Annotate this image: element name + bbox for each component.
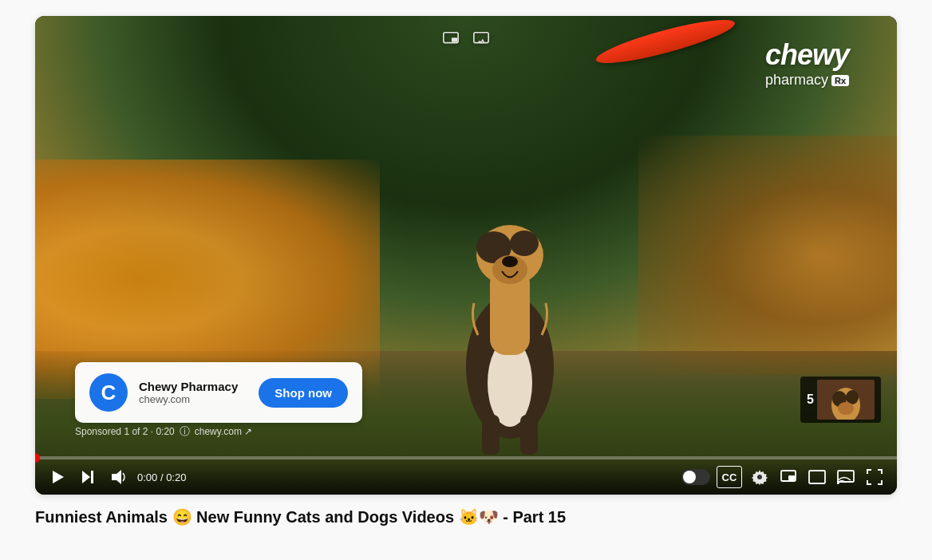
info-icon: ⓘ (180, 424, 190, 439)
svg-rect-27 (838, 471, 854, 482)
controls-bar: 0:00 / 0:20 CC (35, 459, 897, 495)
sponsored-link[interactable]: chewy.com ↗ (195, 426, 252, 437)
svg-point-17 (838, 402, 854, 415)
svg-marker-19 (82, 471, 90, 483)
external-link-icon: ↗ (244, 426, 252, 437)
play-button[interactable] (46, 466, 69, 488)
volume-button[interactable] (107, 466, 129, 488)
svg-marker-21 (112, 470, 121, 484)
svg-marker-18 (53, 471, 64, 483)
controls-right: CC (681, 466, 886, 488)
miniplayer-button[interactable] (777, 466, 800, 488)
video-player: chewy pharmacy Rx C Chewy Pharmacy chewy… (35, 16, 897, 495)
svg-point-23 (757, 475, 762, 479)
ad-info: Chewy Pharmacy chewy.com (139, 380, 247, 405)
fullscreen-button[interactable] (863, 466, 886, 488)
sponsored-bar: Sponsored 1 of 2 · 0:20 ⓘ chewy.com ↗ (75, 424, 252, 439)
dog-illustration (422, 144, 598, 463)
svg-point-5 (510, 231, 539, 256)
video-title: Funniest Animals 😄 New Funny Cats and Do… (35, 506, 897, 528)
time-display: 0:00 / 0:20 (137, 471, 186, 483)
svg-rect-20 (91, 471, 93, 483)
ad-domain: chewy.com (139, 393, 247, 405)
svg-rect-8 (482, 415, 500, 455)
svg-rect-26 (809, 471, 825, 483)
sponsored-domain: chewy.com (195, 426, 242, 437)
settings-button[interactable] (748, 466, 771, 488)
next-video-thumbnail[interactable]: 5 (800, 377, 881, 423)
top-controls[interactable] (442, 30, 490, 53)
bg-autumn-right (638, 136, 897, 375)
toggle-knob (683, 471, 696, 483)
chewy-brand-name: chewy (765, 38, 849, 72)
chewy-pharmacy: pharmacy Rx (765, 72, 849, 89)
chewy-logo: chewy pharmacy Rx (765, 38, 849, 89)
next-thumb-image (817, 380, 875, 420)
ad-logo-letter: C (101, 381, 116, 405)
svg-rect-11 (452, 37, 457, 42)
ad-overlay: C Chewy Pharmacy chewy.com Shop now (75, 362, 362, 423)
ad-logo: C (89, 373, 128, 412)
sponsored-text: Sponsored 1 of 2 · 0:20 (75, 426, 175, 437)
ai-clip-icon[interactable] (472, 30, 490, 53)
ad-brand-name: Chewy Pharmacy (139, 380, 247, 393)
next-button[interactable] (77, 466, 99, 488)
next-video-count: 5 (807, 392, 814, 407)
svg-rect-25 (788, 475, 795, 480)
toggle-switch[interactable] (681, 469, 710, 485)
shop-now-button[interactable]: Shop now (259, 378, 348, 408)
captions-button[interactable]: CC (717, 466, 742, 488)
video-frame[interactable]: chewy pharmacy Rx C Chewy Pharmacy chewy… (35, 16, 897, 495)
rx-badge: Rx (831, 75, 849, 86)
svg-rect-9 (520, 415, 538, 455)
svg-point-7 (502, 256, 518, 267)
cast-button[interactable] (835, 466, 857, 488)
miniplayer-top-icon[interactable] (442, 30, 460, 53)
svg-rect-12 (474, 33, 488, 43)
theater-button[interactable] (806, 466, 828, 488)
